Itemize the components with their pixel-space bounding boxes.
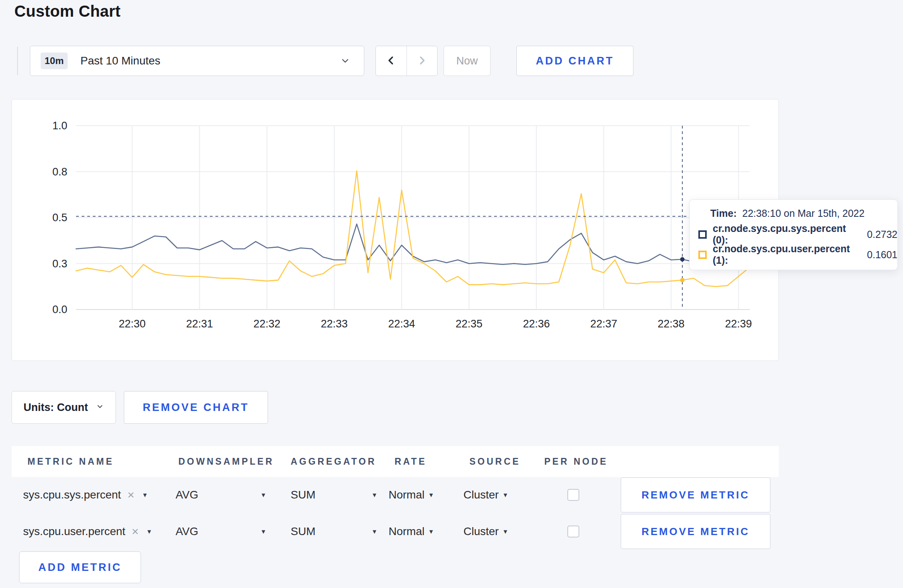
column-header-per-node: PER NODE — [544, 446, 608, 477]
tooltip-time-row: Time: 22:38:10 on Mar 15th, 2022 — [710, 206, 897, 220]
aggregator-select[interactable]: SUM ▾ — [291, 513, 376, 550]
x-axis-tick-label: 22:36 — [523, 318, 550, 330]
rate-value: Normal — [389, 489, 424, 501]
dropdown-arrow-icon: ▾ — [262, 527, 265, 536]
series-line-cr.node.sys.cpu.user.percent — [76, 171, 750, 286]
downsampler-value: AVG — [176, 525, 198, 538]
dropdown-arrow-icon: ▾ — [373, 491, 376, 499]
clear-metric-icon[interactable]: × — [132, 526, 139, 537]
dropdown-arrow-icon: ▾ — [143, 491, 147, 499]
dropdown-arrow-icon: ▾ — [262, 491, 265, 499]
chart-grid: 1.00.80.50.30.022:3022:3122:3222:3322:34… — [52, 120, 752, 330]
chevron-down-icon — [340, 56, 350, 66]
source-select[interactable]: Cluster ▾ — [463, 513, 507, 550]
units-label: Units: Count — [23, 401, 88, 414]
downsampler-select[interactable]: AVG ▾ — [176, 513, 265, 550]
page-title: Custom Chart — [14, 2, 121, 20]
x-axis-tick-label: 22:31 — [186, 318, 213, 330]
time-range-selector[interactable]: 10m Past 10 Minutes — [30, 46, 364, 76]
add-chart-button[interactable]: ADD CHART — [516, 46, 633, 76]
column-header-rate: RATE — [395, 446, 427, 477]
dropdown-arrow-icon: ▾ — [429, 527, 433, 536]
metric-name-select[interactable]: sys.cpu.user.percent × ▾ — [23, 513, 151, 550]
crosshair-marker — [680, 278, 684, 282]
sys-series-swatch-icon — [698, 230, 707, 239]
source-value: Cluster — [463, 489, 499, 501]
metric-name-value: sys.cpu.user.percent — [23, 525, 125, 538]
downsampler-select[interactable]: AVG ▾ — [176, 477, 265, 513]
tooltip-time-label: Time: — [710, 208, 737, 219]
y-axis-tick-label: 0.8 — [52, 166, 67, 178]
user-series-swatch-icon — [698, 251, 707, 259]
x-axis-tick-label: 22:39 — [725, 318, 752, 330]
metric-name-value: sys.cpu.sys.percent — [23, 489, 121, 501]
remove-metric-button[interactable]: REMOVE METRIC — [621, 514, 770, 549]
metric-row: sys.cpu.user.percent × ▾ AVG ▾ SUM ▾ Nor… — [12, 513, 779, 550]
toolbar-divider — [17, 47, 18, 75]
cpu-chart-svg[interactable]: 1.00.80.50.30.022:3022:3122:3222:3322:34… — [12, 99, 779, 361]
source-value: Cluster — [463, 525, 499, 538]
tooltip-series-label: cr.node.sys.cpu.sys.percent (0): — [713, 223, 862, 246]
time-window-badge: 10m — [41, 53, 68, 69]
tooltip-series-label: cr.node.sys.cpu.user.percent (1): — [713, 243, 862, 266]
rate-value: Normal — [389, 525, 424, 538]
dropdown-arrow-icon: ▾ — [504, 527, 507, 536]
y-axis-tick-label: 0.3 — [52, 258, 67, 270]
tooltip-series-row: cr.node.sys.cpu.sys.percent (0): 0.2732 — [698, 228, 897, 240]
previous-time-button[interactable] — [376, 46, 407, 76]
time-pager — [375, 46, 438, 76]
clear-metric-icon[interactable]: × — [127, 489, 135, 501]
remove-metric-button[interactable]: REMOVE METRIC — [621, 477, 770, 512]
per-node-checkbox[interactable] — [567, 489, 579, 501]
column-header-source: SOURCE — [469, 446, 520, 477]
remove-chart-button[interactable]: REMOVE CHART — [124, 391, 268, 424]
chart-card: 1.00.80.50.30.022:3022:3122:3222:3322:34… — [12, 99, 779, 361]
dropdown-arrow-icon: ▾ — [373, 527, 376, 536]
x-axis-tick-label: 22:38 — [658, 318, 685, 330]
metric-name-select[interactable]: sys.cpu.sys.percent × ▾ — [23, 477, 147, 513]
metrics-table-header: METRIC NAME DOWNSAMPLER AGGREGATOR RATE … — [12, 446, 779, 477]
dropdown-arrow-icon: ▾ — [147, 527, 151, 536]
y-axis-tick-label: 1.0 — [52, 120, 67, 132]
dropdown-arrow-icon: ▾ — [429, 491, 433, 499]
crosshair-marker — [680, 257, 684, 261]
chevron-left-icon — [385, 55, 397, 67]
x-axis-tick-label: 22:35 — [455, 318, 483, 330]
dropdown-arrow-icon: ▾ — [504, 491, 507, 499]
now-button[interactable]: Now — [444, 46, 491, 76]
chart-tooltip: Time: 22:38:10 on Mar 15th, 2022 cr.node… — [689, 199, 898, 270]
chevron-right-icon — [416, 55, 428, 67]
units-selector[interactable]: Units: Count — [12, 391, 116, 424]
metric-row: sys.cpu.sys.percent × ▾ AVG ▾ SUM ▾ Norm… — [12, 477, 779, 513]
y-axis-tick-label: 0.5 — [52, 212, 67, 224]
aggregator-value: SUM — [291, 525, 315, 538]
aggregator-select[interactable]: SUM ▾ — [291, 477, 376, 513]
x-axis-tick-label: 22:37 — [590, 318, 618, 330]
source-select[interactable]: Cluster ▾ — [463, 477, 507, 513]
x-axis-tick-label: 22:33 — [321, 318, 348, 330]
tooltip-series-row: cr.node.sys.cpu.user.percent (1): 0.1601 — [698, 249, 897, 261]
x-axis-tick-label: 22:30 — [119, 318, 146, 330]
per-node-checkbox[interactable] — [567, 526, 579, 537]
x-axis-tick-label: 22:32 — [254, 318, 281, 330]
column-header-aggregator: AGGREGATOR — [291, 446, 376, 477]
column-header-downsampler: DOWNSAMPLER — [178, 446, 274, 477]
rate-select[interactable]: Normal ▾ — [389, 477, 433, 513]
y-axis-tick-label: 0.0 — [52, 304, 67, 315]
aggregator-value: SUM — [291, 489, 315, 501]
chevron-down-icon — [96, 403, 104, 412]
column-header-metric-name: METRIC NAME — [27, 446, 114, 477]
add-metric-button[interactable]: ADD METRIC — [19, 551, 141, 583]
tooltip-series-value: 0.1601 — [867, 249, 897, 261]
time-window-label: Past 10 Minutes — [80, 55, 160, 67]
tooltip-series-value: 0.2732 — [867, 229, 897, 240]
next-time-button[interactable] — [407, 46, 438, 76]
tooltip-time-value: 22:38:10 on Mar 15th, 2022 — [742, 208, 864, 219]
x-axis-tick-label: 22:34 — [388, 318, 415, 330]
downsampler-value: AVG — [176, 489, 198, 501]
custom-chart-page: Custom Chart 10m Past 10 Minutes Now ADD… — [0, 0, 903, 588]
rate-select[interactable]: Normal ▾ — [389, 513, 433, 550]
